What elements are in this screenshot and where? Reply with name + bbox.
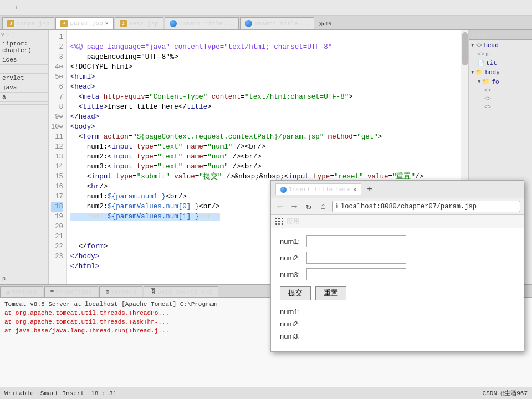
bottom-tab-servers[interactable]: ⚙ Servers [99,286,142,297]
outline-tree: ▼ <> head <> m 📄 tit ▼ 📁 body [469,40,532,112]
outline-item-sub3[interactable]: <> [469,103,532,111]
bottom-tab-properties[interactable]: ≡ Properties [44,286,99,297]
num1-input[interactable] [306,235,406,247]
left-item-chapter[interactable]: iiptor: chapter( [0,39,48,55]
left-item-java[interactable]: java [0,83,48,93]
tab-close-btn[interactable]: ✕ [105,20,109,27]
left-panel: ▽ ⊕ ⋮ iiptor: chapter( ices ervlet java … [0,30,49,284]
outline-item-tit[interactable]: 📄 tit [469,59,532,68]
left-item-a[interactable]: a [0,93,48,102]
form-row-num3: num3: [280,268,515,280]
tab-label: Insert title... [179,21,234,27]
tab-insert-title-1[interactable]: Insert title... [165,17,239,29]
console-text: at org.apache.tomcat.util.threads.Thread… [4,310,169,316]
tab-test-jsp[interactable]: J test.jsp [115,17,163,29]
scroll-thumb[interactable] [462,32,468,65]
apps-label: 应用 [287,217,300,226]
datasource-icon: 🗄 [150,288,156,295]
apps-icon[interactable] [275,218,283,226]
tab-overflow[interactable]: ≫ 10 [315,19,335,29]
outline-toolbar-icon2: ▷ [477,31,481,38]
top-toolbar: — □ [0,0,532,16]
outline-folder-icon: 📁 [475,69,483,76]
browser-tab[interactable]: Insert title here ✕ [275,183,361,195]
browser-titlebar: Insert title here ✕ + [271,181,524,198]
address-bar[interactable]: ℹ localhost:8080/chapter07/param.jsp [332,201,520,212]
tab-label: scope.jsp [17,21,49,27]
bottom-tab-datasource[interactable]: 🗄 Data Source Exp [144,286,218,297]
filter-dots: ⋮ [10,31,16,38]
submit-btn[interactable]: 提交 [280,286,311,300]
browser-tab-close[interactable]: ✕ [353,186,356,193]
home-btn[interactable]: ⌂ [318,202,329,212]
left-item-ices[interactable]: ices [0,55,48,65]
outline-bracket: <> [478,52,484,58]
browser-apps-bar: 应用 [271,215,524,228]
tab-insert-title-2[interactable]: Insert title... [240,17,314,29]
left-item-p: p [2,276,46,282]
tab-scope-jsp[interactable]: J scope.jsp [2,17,54,29]
overflow-count: ≫ [319,21,325,28]
form-buttons: 提交 重置 [280,286,515,300]
browser-icon [245,20,252,27]
new-tab-btn[interactable]: + [367,185,372,195]
item-label: java [2,84,17,91]
outline-bracket: <> [484,96,491,102]
result-section: num1: num2: num3: [280,306,515,342]
left-panel-spacer [0,104,48,274]
outline-bracket: <> [475,43,482,49]
outline-arrow: ▼ [478,79,480,85]
minimize-btn[interactable]: — [2,4,9,12]
item-label: ervlet [2,75,24,81]
item-label: iiptor: chapter( [2,40,32,54]
browser-content: num1: num2: num3: 提交 重置 num1: num2: num3… [271,228,524,351]
result-num1: num1: [280,306,515,318]
jsp-icon: J [60,20,68,27]
num3-input[interactable] [306,268,406,280]
bottom-tab-markers[interactable]: ⚠ Markers [0,286,43,297]
filter-label: ⊕ [6,31,9,38]
status-left: Writable Smart Insert 18 : 31 [4,390,116,397]
info-icon: ℹ [336,202,339,211]
status-position: 18 : 31 [91,390,116,397]
outline-item-m[interactable]: <> m [469,50,532,59]
bottom-tab-label: Data Source Exp [157,289,212,295]
form-row-num1: num1: [280,235,515,247]
reset-btn[interactable]: 重置 [315,286,346,300]
left-panel-bottom: p [0,274,48,284]
outline-item-sub1[interactable]: <> [469,86,532,95]
result-num2: num2: [280,318,515,330]
outline-toolbar: ⊕ ▷ ⊞ ⋮ [469,30,532,40]
outline-item-fo[interactable]: ▼ 📁 fo [469,77,532,86]
tab-label: test.jsp [129,21,158,27]
item-label: ices [2,57,17,63]
refresh-btn[interactable]: ↻ [303,201,314,212]
console-text: at org.apache.tomcat.util.threads.TaskTh… [4,319,169,325]
properties-icon: ≡ [50,289,54,295]
back-btn[interactable]: ← [274,202,285,212]
left-item-servlet[interactable]: ervlet [0,74,48,83]
tab-param-jsp[interactable]: J param.jsp ✕ [55,17,113,29]
status-writable: Writable [4,390,34,397]
tab-label: param.jsp [70,20,103,27]
filter-icon: ▽ [1,31,4,38]
item-label: a [2,94,6,100]
outline-bracket: <> [484,88,491,94]
jsp-icon: J [7,20,14,27]
form-row-num2: num2: [280,252,515,264]
browser-icon [170,20,177,27]
status-right: CSDN @尘酒967 [483,389,528,397]
left-item-empty [0,65,48,74]
bottom-tab-label: Markers [12,289,37,295]
outline-item-v: ▼ <> head [469,41,532,50]
num3-label: num3: [280,270,306,279]
maximize-btn[interactable]: □ [12,4,19,12]
outline-label[interactable]: head [484,42,498,49]
outline-item-body[interactable]: ▼ 📁 body [469,68,532,77]
outline-item-sub2[interactable]: <> [469,95,532,103]
filter-bar: ▽ ⊕ ⋮ [0,30,48,39]
outline-label: fo [492,79,499,85]
browser-tab-label: Insert title here [289,186,351,193]
num2-input[interactable] [306,252,406,264]
forward-btn[interactable]: → [289,202,300,212]
